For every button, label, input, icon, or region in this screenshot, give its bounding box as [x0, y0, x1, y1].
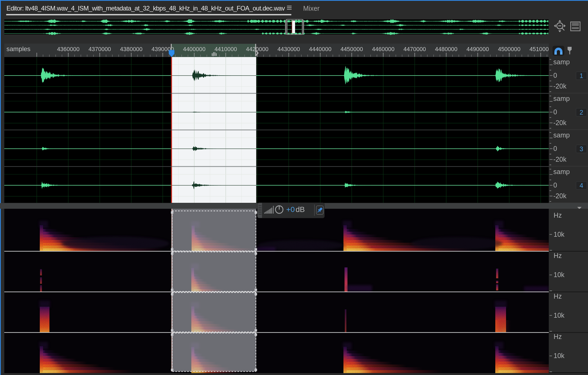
- svg-text:4410000: 4410000: [214, 46, 237, 52]
- svg-text:4400000: 4400000: [183, 46, 206, 52]
- svg-text:4360000: 4360000: [57, 46, 80, 52]
- svg-text:+0: +0: [286, 205, 295, 214]
- svg-text:4450000: 4450000: [340, 46, 363, 52]
- svg-text:samples: samples: [6, 45, 30, 52]
- svg-text:4430000: 4430000: [278, 46, 300, 52]
- svg-text:4480000: 4480000: [435, 46, 458, 52]
- svg-text:4370000: 4370000: [88, 46, 111, 52]
- svg-text:4380000: 4380000: [120, 46, 143, 52]
- svg-text:4470000: 4470000: [403, 46, 426, 52]
- svg-text:4460000: 4460000: [372, 46, 395, 52]
- svg-text:4490000: 4490000: [467, 46, 489, 52]
- svg-text:4440000: 4440000: [309, 46, 332, 52]
- svg-text:4510000: 4510000: [529, 46, 549, 52]
- svg-text:4500000: 4500000: [498, 46, 521, 52]
- svg-text:dB: dB: [296, 205, 305, 214]
